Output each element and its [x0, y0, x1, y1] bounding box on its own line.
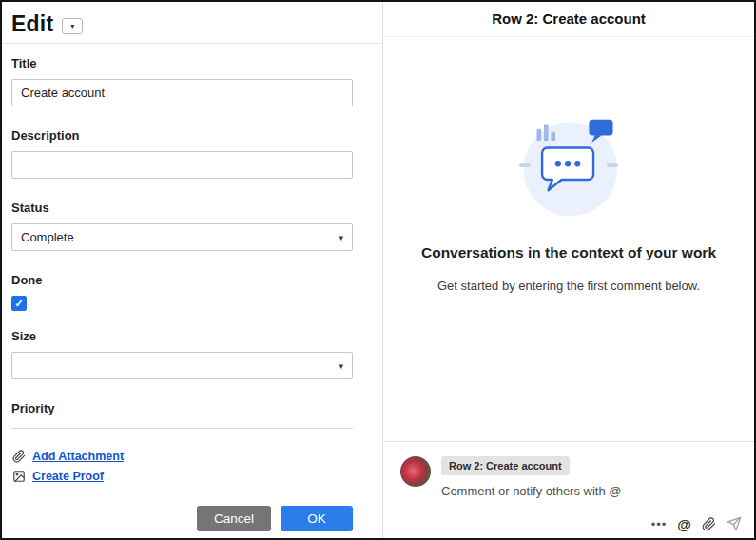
title-input[interactable] [11, 79, 353, 106]
send-icon[interactable] [727, 516, 742, 531]
section-divider [11, 428, 353, 429]
row-context-chip: Row 2: Create account [441, 456, 570, 475]
chevron-down-icon: ▾ [70, 22, 74, 30]
size-label: Size [11, 329, 373, 343]
conversation-header-title: Row 2: Create account [383, 2, 754, 37]
priority-field: Priority [11, 401, 373, 415]
done-field: Done ✓ [11, 273, 373, 311]
empty-state-heading: Conversations in the context of your wor… [383, 244, 754, 261]
size-field: Size ▾ [11, 329, 373, 379]
cancel-button[interactable]: Cancel [197, 506, 271, 531]
priority-label: Priority [11, 401, 373, 415]
paperclip-icon[interactable] [702, 517, 716, 531]
conversation-panel: Row 2: Create account [383, 2, 754, 538]
composer-content: Row 2: Create account Comment or notify … [441, 456, 621, 538]
title-field: Title [11, 56, 373, 106]
panel-title: Edit [11, 11, 53, 37]
edit-row-dialog: Edit ▾ Title Description Status Complete… [0, 0, 756, 540]
status-field: Status Complete ▾ [11, 201, 373, 251]
done-label: Done [11, 273, 373, 287]
add-attachment-link[interactable]: Add Attachment [32, 450, 124, 463]
create-proof-link[interactable]: Create Proof [32, 470, 104, 483]
status-label: Status [11, 201, 373, 215]
empty-state-subtext: Get started by entering the first commen… [383, 279, 754, 293]
add-attachment-row: Add Attachment [11, 449, 373, 464]
proof-icon [11, 470, 26, 483]
description-input[interactable] [11, 151, 353, 179]
title-label: Title [11, 56, 373, 70]
chat-bubbles-illustration [505, 104, 632, 231]
edit-options-dropdown-button[interactable]: ▾ [62, 18, 83, 34]
description-field: Description [11, 128, 373, 179]
composer-toolbar: ••• @ [651, 516, 742, 531]
chevron-down-icon: ▾ [339, 233, 343, 242]
conversation-empty-state: Conversations in the context of your wor… [383, 37, 754, 441]
edit-form-panel: Edit ▾ Title Description Status Complete… [2, 2, 383, 538]
status-select[interactable]: Complete ▾ [11, 223, 353, 251]
attachment-icon [11, 450, 26, 463]
size-select[interactable]: ▾ [11, 352, 353, 379]
mention-icon[interactable]: @ [677, 517, 691, 531]
status-selected-value: Complete [21, 230, 74, 244]
description-label: Description [11, 128, 373, 143]
done-checkbox[interactable]: ✓ [11, 296, 27, 311]
conversation-illustration [383, 104, 754, 231]
action-links: Add Attachment Create Proof [11, 449, 373, 484]
header-divider [2, 43, 382, 44]
comment-composer: Row 2: Create account Comment or notify … [383, 441, 754, 538]
checkmark-icon: ✓ [14, 299, 23, 309]
edit-header: Edit ▾ [11, 11, 373, 36]
ok-button[interactable]: OK [281, 506, 353, 531]
create-proof-row: Create Proof [11, 469, 373, 484]
more-options-icon[interactable]: ••• [651, 518, 668, 530]
user-avatar [400, 456, 431, 487]
dialog-buttons: Cancel OK [197, 506, 353, 531]
comment-input[interactable]: Comment or notify others with @ [441, 484, 621, 498]
chevron-down-icon: ▾ [339, 361, 343, 371]
